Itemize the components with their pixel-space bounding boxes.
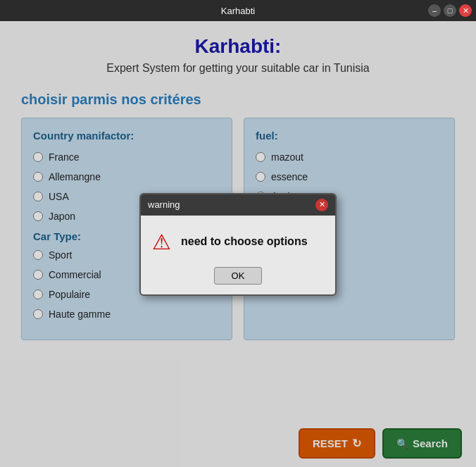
title-bar: Karhabti – □ ✕	[0, 0, 476, 21]
window-title: Karhabti	[221, 6, 255, 16]
minimize-button[interactable]: –	[428, 4, 441, 17]
modal-message: need to choose options	[181, 235, 308, 248]
modal-body: ⚠ need to choose options	[141, 216, 335, 261]
close-button[interactable]: ✕	[459, 4, 472, 17]
app-body: Karhabti: Expert System for getting your…	[0, 21, 476, 467]
modal-titlebar: warning ✕	[141, 194, 335, 216]
window-controls: – □ ✕	[428, 4, 472, 17]
modal-ok-label: OK	[232, 270, 245, 281]
warning-triangle-icon: ⚠	[152, 230, 171, 254]
modal-overlay: warning ✕ ⚠ need to choose options OK	[0, 21, 476, 467]
maximize-button[interactable]: □	[444, 4, 456, 17]
modal-footer: OK	[141, 261, 335, 294]
modal-title: warning	[148, 199, 180, 210]
modal-close-button[interactable]: ✕	[315, 199, 328, 211]
modal-ok-button[interactable]: OK	[214, 267, 263, 285]
warning-modal: warning ✕ ⚠ need to choose options OK	[139, 193, 337, 296]
